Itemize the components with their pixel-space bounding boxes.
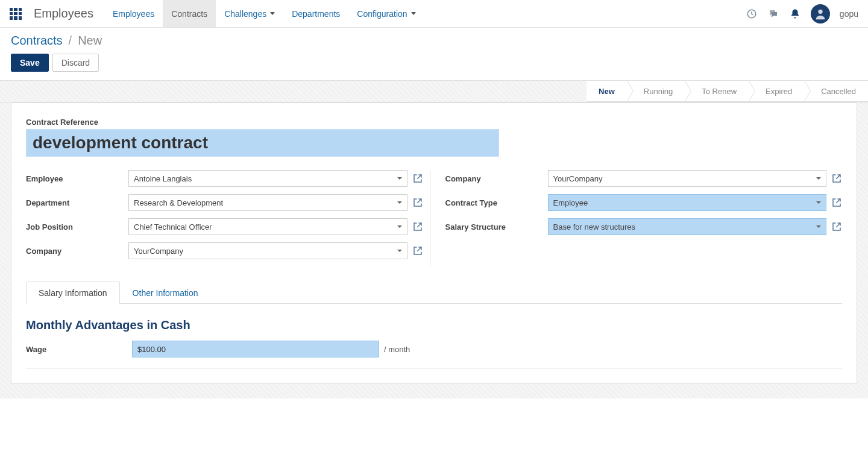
form-tabs: Salary Information Other Information <box>26 281 842 304</box>
status-to-renew[interactable]: To Renew <box>685 81 749 101</box>
section-title-monthly-advantages: Monthly Advantages in Cash <box>26 318 842 332</box>
notifications-icon[interactable] <box>789 8 801 20</box>
department-select[interactable]: Research & Development <box>128 194 407 211</box>
caret-down-icon <box>411 12 416 15</box>
nav-item-employees[interactable]: Employees <box>104 0 163 27</box>
row-wage: Wage / month <box>26 341 842 357</box>
company-label-right: Company <box>445 174 548 183</box>
top-navbar: Employees Employees Contracts Challenges… <box>0 0 868 28</box>
contract-reference-input[interactable] <box>26 129 499 157</box>
wage-input[interactable] <box>132 341 379 357</box>
nav-item-challenges[interactable]: Challenges <box>216 0 283 27</box>
form-grid: Employee Antoine Langlais Department Res… <box>26 170 842 266</box>
row-company-right: Company YourCompany <box>445 170 843 187</box>
breadcrumb: Contracts / New <box>11 34 857 48</box>
nav-item-departments[interactable]: Departments <box>283 0 348 27</box>
tab-other-information[interactable]: Other Information <box>120 282 211 304</box>
breadcrumb-contracts[interactable]: Contracts <box>11 34 63 48</box>
nav-item-contracts[interactable]: Contracts <box>163 0 216 27</box>
svg-point-1 <box>818 9 822 13</box>
external-link-icon[interactable] <box>412 245 423 256</box>
job-select[interactable]: Chief Technical Officer <box>128 218 407 235</box>
contract-type-label: Contract Type <box>445 198 548 207</box>
user-avatar[interactable] <box>811 4 830 24</box>
status-cancelled[interactable]: Cancelled <box>804 81 868 101</box>
employee-label: Employee <box>26 174 128 183</box>
action-buttons: Save Discard <box>11 54 857 72</box>
form-col-left: Employee Antoine Langlais Department Res… <box>26 170 430 266</box>
row-job: Job Position Chief Technical Officer <box>26 218 423 235</box>
divider <box>26 368 842 369</box>
status-bar: New Running To Renew Expired Cancelled <box>587 81 868 102</box>
status-new[interactable]: New <box>587 81 627 101</box>
tab-salary-information[interactable]: Salary Information <box>26 282 120 304</box>
form-sheet: Contract Reference Employee Antoine Lang… <box>11 102 857 384</box>
control-panel: Contracts / New Save Discard <box>0 28 868 81</box>
external-link-icon[interactable] <box>831 173 842 184</box>
contract-reference-label: Contract Reference <box>26 118 842 127</box>
salary-structure-select[interactable]: Base for new structures <box>548 218 827 235</box>
nav-right: gopu <box>746 4 858 24</box>
sheet-background: Contract Reference Employee Antoine Lang… <box>0 102 868 398</box>
status-expired[interactable]: Expired <box>749 81 804 101</box>
row-contract-type: Contract Type Employee <box>445 194 843 211</box>
external-link-icon[interactable] <box>412 197 423 208</box>
status-bar-wrap: New Running To Renew Expired Cancelled <box>0 81 868 102</box>
employee-select[interactable]: Antoine Langlais <box>128 170 407 187</box>
row-company-left: Company YourCompany <box>26 242 423 259</box>
wage-label: Wage <box>26 345 132 354</box>
username[interactable]: gopu <box>840 9 858 19</box>
discuss-icon[interactable] <box>767 8 779 20</box>
department-label: Department <box>26 198 128 207</box>
row-salary-structure: Salary Structure Base for new structures <box>445 218 843 235</box>
save-button[interactable]: Save <box>11 54 49 72</box>
discard-button[interactable]: Discard <box>52 54 99 72</box>
company-select-left[interactable]: YourCompany <box>128 242 407 259</box>
contract-type-select[interactable]: Employee <box>548 194 827 211</box>
nav-item-configuration[interactable]: Configuration <box>348 0 424 27</box>
nav-item-label: Challenges <box>224 9 266 19</box>
salary-structure-label: Salary Structure <box>445 222 548 232</box>
nav-item-label: Configuration <box>357 9 407 19</box>
caret-down-icon <box>270 12 275 15</box>
breadcrumb-separator: / <box>69 34 72 48</box>
external-link-icon[interactable] <box>831 221 842 232</box>
app-title: Employees <box>34 7 93 20</box>
row-department: Department Research & Development <box>26 194 423 211</box>
activity-icon[interactable] <box>746 8 758 20</box>
apps-menu-icon[interactable] <box>10 8 22 20</box>
company-select-right[interactable]: YourCompany <box>548 170 827 187</box>
nav-menu: Employees Contracts Challenges Departmen… <box>104 0 424 27</box>
status-running[interactable]: Running <box>627 81 685 101</box>
external-link-icon[interactable] <box>412 173 423 184</box>
external-link-icon[interactable] <box>831 197 842 208</box>
external-link-icon[interactable] <box>412 221 423 232</box>
job-label: Job Position <box>26 222 128 232</box>
breadcrumb-current: New <box>78 34 102 48</box>
row-employee: Employee Antoine Langlais <box>26 170 423 187</box>
form-col-right: Company YourCompany Contract Type Employ… <box>430 170 843 266</box>
wage-suffix: / month <box>384 345 410 354</box>
company-label: Company <box>26 247 128 256</box>
